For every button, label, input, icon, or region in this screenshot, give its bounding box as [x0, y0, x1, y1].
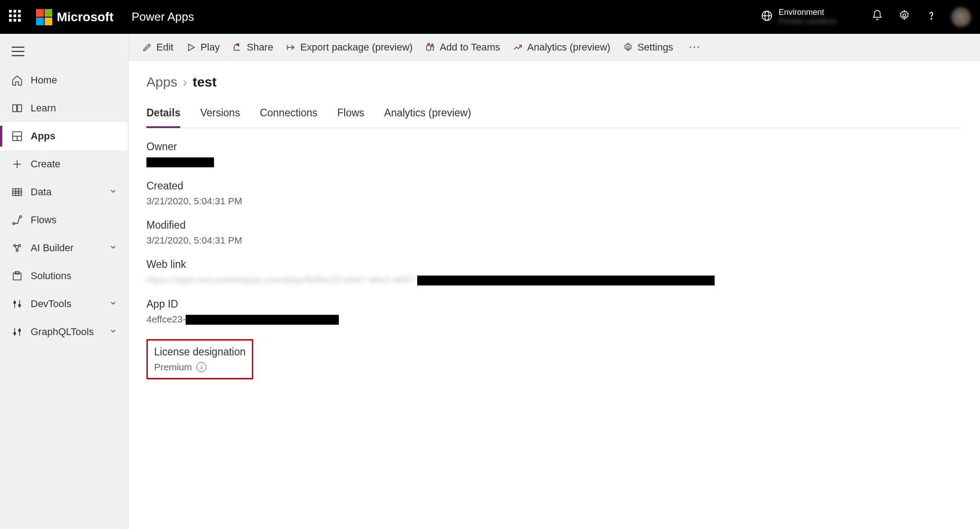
plus-icon: [11, 158, 23, 170]
svg-point-31: [18, 304, 20, 306]
help-icon[interactable]: [921, 9, 942, 24]
appid-prefix: 4effce23-: [146, 314, 186, 324]
svg-line-24: [18, 246, 19, 249]
weblink-label: Web link: [146, 258, 962, 271]
brand-label: Microsoft: [57, 10, 114, 24]
tab-versions[interactable]: Versions: [200, 103, 240, 128]
tab-details[interactable]: Details: [146, 103, 180, 128]
devtools-icon: [11, 298, 23, 310]
svg-point-4: [931, 18, 932, 19]
svg-point-41: [432, 44, 433, 46]
user-avatar[interactable]: [951, 7, 971, 27]
sidebar-item-label: Home: [31, 74, 57, 86]
cmd-label: Play: [201, 41, 220, 53]
cmd-play[interactable]: Play: [186, 41, 220, 53]
sidebar-item-label: Apps: [31, 130, 55, 142]
sidebar-item-learn[interactable]: Learn: [0, 94, 128, 122]
license-value: Premium: [154, 362, 192, 373]
created-label: Created: [146, 180, 962, 192]
modified-value: 3/21/2020, 5:04:31 PM: [146, 235, 962, 246]
flows-icon: [11, 214, 23, 226]
cmd-label: Analytics (preview): [527, 41, 611, 53]
sidebar-item-label: Create: [31, 158, 60, 170]
microsoft-logo-icon: [36, 9, 52, 25]
owner-field: Owner: [146, 141, 962, 167]
cmd-share[interactable]: Share: [232, 41, 273, 53]
sidebar-item-label: Learn: [31, 102, 56, 114]
environment-label: Environment: [779, 8, 837, 17]
owner-label: Owner: [146, 141, 962, 153]
chevron-down-icon: [109, 186, 117, 198]
tab-connections[interactable]: Connections: [260, 103, 318, 128]
book-icon: [11, 102, 23, 114]
sidebar-item-label: Flows: [31, 214, 56, 226]
sidebar-item-ai-builder[interactable]: AI Builder: [0, 234, 128, 262]
cmd-label: Settings: [638, 41, 674, 53]
tab-flows[interactable]: Flows: [337, 103, 365, 128]
svg-point-18: [13, 222, 14, 224]
microsoft-logo[interactable]: Microsoft: [36, 9, 114, 25]
graphql-icon: [11, 326, 23, 338]
topbar: Microsoft Power Apps Environment Portals…: [0, 0, 980, 34]
data-icon: [11, 186, 23, 198]
modified-field: Modified 3/21/2020, 5:04:31 PM: [146, 219, 962, 246]
cmd-export[interactable]: Export package (preview): [286, 41, 412, 53]
home-icon: [11, 74, 23, 86]
breadcrumb-root[interactable]: Apps: [146, 74, 177, 90]
cmd-analytics[interactable]: Analytics (preview): [513, 41, 611, 53]
command-bar: Edit Play Share Export package (preview)…: [128, 34, 980, 61]
sidebar-item-apps[interactable]: Apps: [0, 122, 128, 150]
sidebar-item-home[interactable]: Home: [0, 66, 128, 94]
main: Edit Play Share Export package (preview)…: [128, 34, 980, 529]
sidebar-item-label: AI Builder: [31, 242, 73, 254]
tab-analytics[interactable]: Analytics (preview): [384, 103, 471, 128]
settings-icon[interactable]: [893, 9, 915, 24]
weblink-prefix: https://apps.test.powerapps.com/play/4ef…: [146, 274, 417, 285]
solutions-icon: [11, 270, 23, 282]
svg-point-3: [903, 14, 906, 17]
sidebar-item-data[interactable]: Data: [0, 178, 128, 206]
svg-point-20: [14, 244, 15, 246]
sidebar-item-flows[interactable]: Flows: [0, 206, 128, 234]
svg-rect-39: [427, 45, 431, 50]
svg-point-40: [428, 43, 429, 45]
svg-line-23: [15, 246, 17, 249]
environment-picker[interactable]: Environment Portals sandbox: [761, 8, 837, 26]
svg-marker-36: [188, 44, 194, 51]
ai-icon: [11, 242, 23, 254]
license-label: License designation: [154, 346, 246, 358]
created-value: 3/21/2020, 5:04:31 PM: [146, 196, 962, 207]
owner-value-redacted: [146, 157, 214, 167]
info-icon[interactable]: i: [196, 362, 206, 372]
globe-icon: [761, 9, 773, 25]
sidebar-item-create[interactable]: Create: [0, 150, 128, 178]
apps-icon: [11, 130, 23, 142]
svg-point-22: [16, 249, 18, 251]
cmd-edit[interactable]: Edit: [142, 41, 173, 53]
svg-point-42: [627, 46, 629, 49]
cmd-settings[interactable]: Settings: [623, 41, 674, 53]
svg-point-34: [14, 332, 15, 334]
cmd-more[interactable]: ⋯: [686, 40, 704, 54]
chevron-right-icon: ›: [182, 74, 187, 90]
weblink-field: Web link https://apps.test.powerapps.com…: [146, 258, 962, 285]
chevron-down-icon: [109, 326, 117, 338]
sidebar: Home Learn Apps Create Data Flows: [0, 34, 128, 529]
tabs: Details Versions Connections Flows Analy…: [146, 103, 962, 128]
cmd-label: Edit: [156, 41, 173, 53]
sidebar-item-devtools[interactable]: DevTools: [0, 290, 128, 318]
appid-redacted: [186, 315, 339, 325]
sidebar-toggle[interactable]: [0, 38, 128, 66]
cmd-label: Share: [247, 41, 273, 53]
sidebar-item-label: Solutions: [31, 270, 72, 282]
cmd-add-to-teams[interactable]: Add to Teams: [425, 41, 500, 53]
svg-rect-13: [13, 189, 22, 195]
sidebar-item-graphqltools[interactable]: GraphQLTools: [0, 318, 128, 346]
license-highlight: License designation Premium i: [146, 339, 253, 379]
svg-point-21: [18, 244, 20, 246]
sidebar-item-solutions[interactable]: Solutions: [0, 262, 128, 290]
app-launcher-icon[interactable]: [9, 10, 23, 24]
product-label: Power Apps: [132, 10, 194, 24]
notifications-icon[interactable]: [866, 9, 888, 24]
modified-label: Modified: [146, 219, 962, 231]
